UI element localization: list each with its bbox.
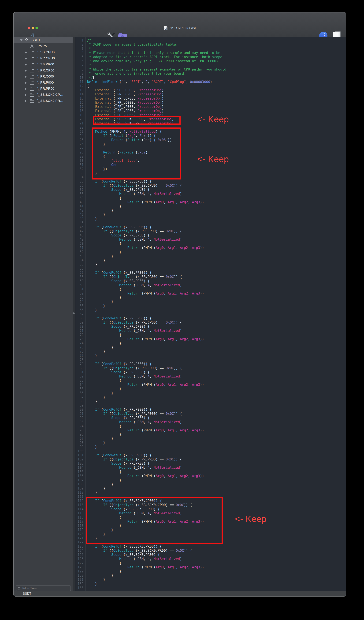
code-line: If (CondRefOf (\_PR.CPU0)) {: [87, 225, 226, 229]
status-bar: SSDT: [14, 591, 346, 596]
line-number: 72: [76, 333, 85, 337]
code-line: }: [87, 213, 226, 217]
code-line: }: [87, 574, 226, 578]
line-number: 52: [76, 250, 85, 254]
chevron-down-icon[interactable]: [20, 39, 22, 42]
line-number: 73: [76, 337, 85, 341]
sidebar-item-ssdt[interactable]: SSDT: [14, 37, 73, 43]
code-line: }: [87, 528, 226, 532]
code-line: {: [87, 378, 226, 383]
code-line: Scope (\_PR.CPU0) {: [87, 233, 226, 237]
line-number: 87: [76, 395, 85, 399]
chevron-right-icon[interactable]: [25, 81, 27, 84]
code-line: }: [87, 524, 226, 528]
code-line: * While the table contains several examp…: [87, 67, 226, 72]
chevron-right-icon[interactable]: [25, 76, 27, 78]
line-number: 10: [76, 76, 85, 80]
sidebar-item-prcp00[interactable]: \_PR.CP00: [14, 67, 73, 73]
line-number: 50: [76, 242, 85, 246]
chevron-right-icon[interactable]: [25, 57, 27, 60]
sidebar-item-sbcpu0[interactable]: \_SB.CPU0: [14, 49, 73, 55]
sidebar-item-sbsck0cp[interactable]: \_SB.SCK0.CP…: [14, 92, 73, 98]
line-number: 5: [76, 55, 85, 59]
code-line: External (_SB_.CPU0, ProcessorObj): [87, 88, 226, 92]
chevron-right-icon[interactable]: [25, 94, 27, 96]
code-line: If (CondRefOf (\_PR.CP00)) {: [87, 316, 226, 320]
chevron-right-icon[interactable]: [25, 69, 27, 72]
code-line: Method (_DSM, 4, NotSerialized): [87, 420, 226, 424]
line-number: 77: [76, 354, 85, 358]
window-title: SSDT-PLUG.dsl: [170, 26, 196, 30]
line-number: 8: [76, 67, 85, 72]
chevron-right-icon[interactable]: [25, 100, 27, 102]
code-editor[interactable]: 1234567891011121314151617181920212223242…: [75, 37, 346, 591]
line-number: 32: [76, 167, 85, 171]
line-number: 97: [76, 436, 85, 441]
code-line: Return (Package (0x02): [87, 150, 226, 155]
code-line: }: [87, 441, 226, 445]
sidebar-item-sbsck0pr[interactable]: \_SB.SCK0.PR…: [14, 98, 73, 104]
folder-icon: [30, 86, 34, 92]
code-line: }: [87, 436, 226, 441]
line-number: 81: [76, 370, 85, 374]
filter-tree-input[interactable]: Filter Tree: [16, 585, 71, 591]
code-line: Return (PMPM (Arg0, Arg1, Arg2, Arg3)): [87, 200, 226, 204]
folder-icon: [30, 80, 34, 86]
sidebar-item-pmpm[interactable]: PMPM: [14, 43, 73, 49]
sidebar-item-label: \_PR.PR00: [37, 87, 54, 91]
folder-icon: [30, 62, 34, 68]
sidebar-item-label: \_SB.CPU0: [37, 50, 55, 54]
line-number: 46: [76, 225, 85, 229]
code-line: }: [87, 432, 226, 436]
line-number: 25: [76, 138, 85, 142]
code-line: }: [87, 569, 226, 574]
line-number: 27: [76, 146, 85, 150]
code-line: {: [87, 155, 226, 159]
line-number: 15: [76, 96, 85, 101]
sidebar-item-prpr00[interactable]: \_PR.PR00: [14, 86, 73, 92]
code-line: /*: [87, 38, 226, 42]
line-number: 120: [76, 532, 85, 536]
code-line: [87, 266, 226, 271]
line-number: 102: [76, 457, 85, 461]
method-icon: [30, 44, 34, 49]
line-number: 106: [76, 474, 85, 478]
code-line: "plugin-type",: [87, 159, 226, 163]
code-line: Return (PMPM (Arg0, Arg1, Arg2, Arg3)): [87, 474, 226, 478]
chevron-right-icon[interactable]: [25, 51, 27, 54]
sidebar-item-prcpu0[interactable]: \_PR.CPU0: [14, 55, 73, 61]
line-number: 117: [76, 519, 85, 524]
code-line: If ((ObjectType (\_SB.SCK0.PR00) == 0x0C…: [87, 548, 226, 553]
line-number: 54: [76, 258, 85, 262]
code-line: }: [87, 345, 226, 349]
line-number-gutter: 1234567891011121314151617181920212223242…: [76, 37, 85, 594]
line-number: 123: [76, 544, 85, 548]
filter-placeholder: Filter Tree: [22, 586, 37, 591]
sidebar-item-sbpr00[interactable]: \_SB.PR00: [14, 61, 73, 67]
line-number: 129: [76, 569, 85, 574]
line-number: 37: [76, 188, 85, 192]
split-divider[interactable]: [73, 37, 75, 591]
code-line: If ((ObjectType (\_SB.SCK0.CP00) == 0x0C…: [87, 503, 226, 507]
status-path: SSDT: [23, 592, 31, 595]
code-line: If ((ObjectType (\_PR.C000) == 0x0C)) {: [87, 366, 226, 370]
line-number: 115: [76, 511, 85, 515]
line-number: 33: [76, 171, 85, 175]
code-line: [87, 125, 226, 130]
sidebar-item-prp000[interactable]: \_PR.P000: [14, 79, 73, 86]
code-line: }: [87, 349, 226, 354]
line-number: 74: [76, 341, 85, 345]
titlebar: SSDT-PLUG.dsl: [14, 26, 346, 31]
code-line: {: [87, 561, 226, 565]
chevron-right-icon[interactable]: [25, 63, 27, 66]
code-line: External (_PR_.PR00, ProcessorObj): [87, 113, 226, 117]
line-number: 96: [76, 432, 85, 436]
sidebar-item-prc000[interactable]: \_PR.C000: [14, 73, 73, 79]
line-number: 116: [76, 515, 85, 519]
code-line: If (CondRefOf (\_SB.CPU0)) {: [87, 179, 226, 184]
code-line: }: [87, 254, 226, 258]
code-line: Return (PMPM (Arg0, Arg1, Arg2, Arg3)): [87, 428, 226, 432]
code-line: }: [87, 300, 226, 304]
chevron-right-icon[interactable]: [25, 88, 27, 90]
line-number: 28: [76, 150, 85, 155]
